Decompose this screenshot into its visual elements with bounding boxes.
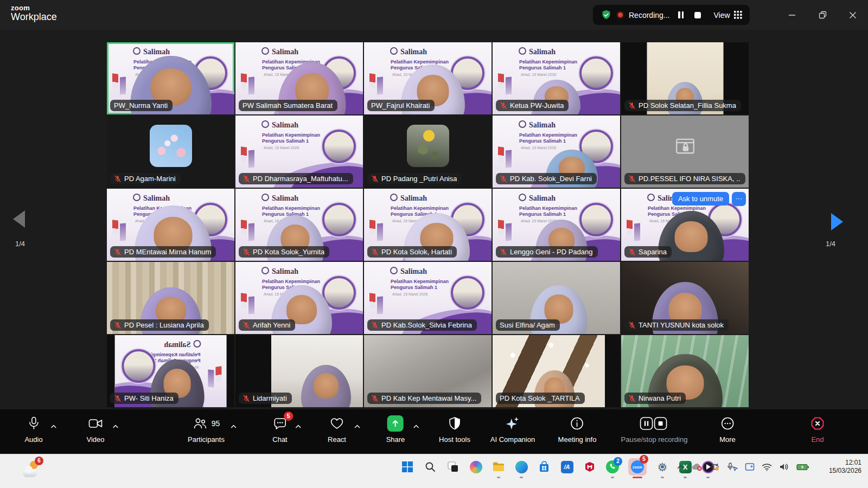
sync-status-icon[interactable] [710,463,720,471]
audio-button[interactable]: Audio [24,415,42,444]
app-icon-a[interactable]: /A [559,459,575,474]
chat-menu-caret[interactable] [296,421,302,431]
participant-tile[interactable]: PD Pesel : Lusiana Aprila [107,262,234,334]
next-page-arrow[interactable] [831,213,843,230]
purple-flag-icon [120,223,126,241]
weather-widget[interactable]: 6 [23,461,41,477]
participant-tile[interactable]: Salimah Pelatihan Kepemimpinan Pengurus … [235,115,363,188]
video-button[interactable]: Video [86,415,104,444]
previous-page-arrow[interactable] [13,210,25,228]
participant-tile[interactable]: PD Agam-Marini [107,115,234,188]
tile-more-button[interactable]: ··· [732,192,746,206]
salimah-logo: Salimah [261,267,298,276]
participants-button[interactable]: 95 Participants [188,415,225,444]
shield-icon [448,415,461,432]
share-menu-caret[interactable] [413,421,419,431]
ask-to-unmute-button[interactable]: Ask to unmute [672,192,729,206]
mcafee-icon[interactable] [582,459,597,474]
system-tray [677,462,809,472]
participant-nameplate: PW- Siti Haniza [110,393,178,404]
participant-tile[interactable]: PD Kab Kep Mentawai Masy... [364,335,492,407]
ai-companion-button[interactable]: AI Companion [490,415,535,444]
zoom-workplace-logo: zoom Workplace [11,4,57,23]
participant-tile[interactable]: PD Kota Solok _TARTILA [493,335,620,407]
participant-tile[interactable]: Salimah Pelatihan Kepemimpinan Pengurus … [493,115,620,188]
task-view-icon[interactable] [445,459,461,474]
onedrive-error-icon[interactable] [691,463,703,471]
stop-recording-button[interactable] [692,10,703,21]
copilot-icon[interactable] [468,459,483,474]
participant-tile[interactable]: Salimah Pelatihan Kepemimpinan Pengurus … [364,42,492,114]
pause-recording-button[interactable] [675,10,686,21]
host-tools-button[interactable]: Host tools [439,415,470,444]
participant-tile[interactable]: Susi Elfina/ Agam [493,262,620,334]
participant-nameplate: PD MEntawai Mirna Hanum [110,246,216,258]
red-flag-icon [241,293,247,309]
volume-icon[interactable] [779,463,789,471]
participant-tile[interactable]: Salimah Pelatihan Kepemimpinan Pengurus … [364,189,492,261]
recording-pill: Recording... View [593,5,750,25]
participant-tile[interactable]: Salimah Pelatihan Kepemimpinan Pengurus … [493,189,620,261]
minimize-button[interactable] [777,0,807,30]
chat-badge: 5 [284,412,293,421]
edge-browser-icon[interactable] [514,459,529,474]
participant-tile[interactable]: Nirwana Putri [621,335,749,407]
participant-name: Ketua PW-Juwita [510,101,564,110]
snipping-sparkle-icon[interactable] [745,462,755,472]
participant-tile[interactable]: TANTI YUSNUN kota solok [621,262,749,334]
taskbar-clock[interactable]: 12:01 15/03/2026 [829,459,861,475]
participant-tile[interactable]: Salimah Pelatihan Kepemimpinan Pengurus … [235,42,363,114]
participant-tile[interactable]: Salimah Pelatihan Kepemimpinan Pengurus … [621,189,749,261]
react-menu-caret[interactable] [354,421,360,431]
participant-tile[interactable]: Salimah Pelatihan Kepemimpinan Pengurus … [107,189,234,261]
settings-gear-icon[interactable]: ⚙ [655,459,670,474]
video-menu-caret[interactable] [113,421,119,431]
mic-muted-icon [114,395,122,402]
whatsapp-icon[interactable]: 2 [605,459,620,474]
security-shield-icon[interactable] [601,9,612,21]
search-icon[interactable] [423,459,438,474]
participant-tile[interactable]: PD Padang _Putri Anisa [364,115,492,188]
participant-tile[interactable]: Salimah Pelatihan Kepemimpinan Pengurus … [235,262,363,334]
wifi-icon[interactable] [762,463,772,471]
file-explorer-icon[interactable] [491,459,506,474]
red-flag-icon [369,73,375,89]
zoom-app-icon[interactable]: zoom 5 [628,459,647,474]
participant-nameplate: Arifah Yenni [239,319,295,331]
mic-muted-icon [371,395,379,402]
more-button[interactable]: More [719,415,736,444]
share-button[interactable]: Share [386,415,405,444]
react-button[interactable]: React [328,415,346,444]
meeting-info-button[interactable]: Meeting info [558,415,597,444]
tray-chevron-up-icon[interactable] [677,465,684,469]
participant-tile[interactable]: Salimah Pelatihan Kepemimpinan Pengurus … [107,42,234,114]
pause-stop-recording-button[interactable]: Pause/stop recording [621,415,688,444]
classroom-photo-circle [451,276,484,310]
participant-tile[interactable]: PD Solok Selatan_Fillia Sukma [621,42,749,114]
start-button[interactable] [400,459,415,474]
participant-nameplate: Lidarmiyati [239,393,292,404]
close-button[interactable] [838,0,868,30]
classroom-photo-circle [322,130,356,163]
end-meeting-button[interactable]: End [810,415,825,444]
microsoft-store-icon[interactable] [537,459,552,474]
battery-icon[interactable] [796,464,809,471]
participant-nameplate: PD Solok Selatan_Fillia Sukma [624,100,741,111]
restore-button[interactable] [807,0,838,30]
bg-title-line1: Pelatihan Kepemimpinan [391,206,449,211]
view-button[interactable]: View [713,11,742,20]
grid-view-icon [734,11,742,19]
participants-menu-caret[interactable] [231,421,237,431]
salimah-logo: Salimah [390,194,427,203]
participant-tile[interactable]: Salimah Pelatihan Kepemimpinan Pengurus … [493,42,620,114]
mic-and-location-icon[interactable] [727,463,738,472]
participant-tile[interactable]: PD.PESSEL IFO NIRA SISKA, ... [621,115,749,188]
mic-muted-icon [500,175,507,183]
participant-tile[interactable]: Lidarmiyati [235,335,363,407]
mic-muted-icon [628,395,636,402]
audio-menu-caret[interactable] [51,421,57,431]
participant-tile[interactable]: Salimah Pelatihan Kepemimpinan Pengurus … [364,262,492,334]
chat-button[interactable]: 5 Chat [272,415,287,444]
participant-tile[interactable]: Salimah Pelatihan Kepemimpinan Pengurus … [107,335,234,407]
participant-tile[interactable]: Salimah Pelatihan Kepemimpinan Pengurus … [235,189,363,261]
